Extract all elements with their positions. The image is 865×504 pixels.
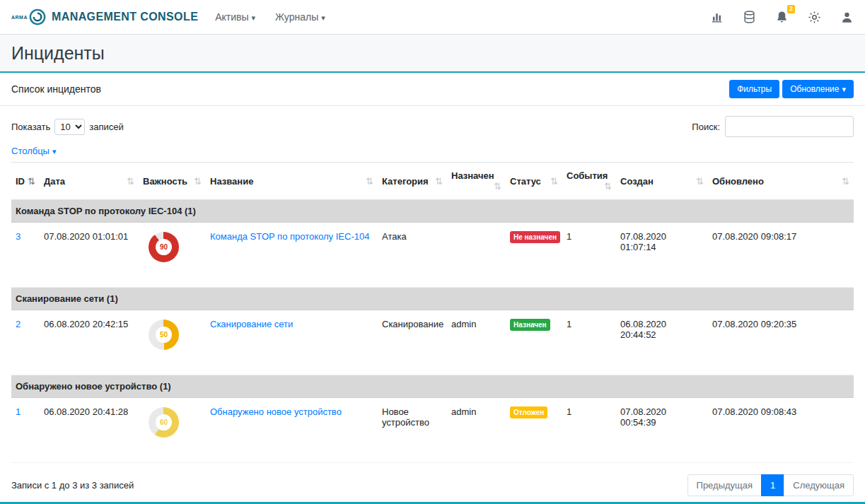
- card-header-buttons: Фильтры Обновление: [729, 80, 854, 98]
- chevron-down-icon: [842, 84, 846, 94]
- group-header-row: Команда STOP по протоколу IEC-104 (1): [11, 200, 854, 223]
- sort-icon: [550, 176, 558, 187]
- col-header-label: ID: [16, 176, 25, 187]
- nav-menu: Активы Журналы: [215, 11, 325, 23]
- nav-item-journals[interactable]: Журналы: [275, 11, 325, 23]
- group-title: Сканирование сети (1): [11, 288, 854, 310]
- pagination-page-1[interactable]: 1: [761, 474, 784, 496]
- col-header-id[interactable]: ID: [11, 163, 40, 200]
- incident-status-cell: Не назначен: [506, 223, 562, 288]
- col-header-updated[interactable]: Обновлено: [708, 163, 854, 200]
- incident-status-cell: Назначен: [506, 310, 562, 375]
- severity-value: 60: [160, 418, 168, 426]
- col-header-label: Дата: [44, 176, 65, 187]
- incident-name-cell: Команда STOP по протоколу IEC-104: [206, 223, 378, 288]
- page-header: Инциденты: [0, 35, 865, 73]
- sort-icon: [28, 176, 35, 187]
- incident-name-link[interactable]: Команда STOP по протоколу IEC-104: [210, 231, 369, 242]
- col-header-label: Обновлено: [712, 176, 764, 187]
- col-header-label: Важность: [143, 176, 187, 187]
- sort-icon: [366, 176, 373, 187]
- incident-events: 1: [562, 398, 616, 463]
- top-navbar: ARMA MANAGEMENT CONSOLE Активы Журналы 2: [0, 0, 865, 35]
- nav-item-label: Журналы: [275, 11, 318, 23]
- filters-button-label: Фильтры: [737, 84, 772, 94]
- group-header-row: Обнаружено новое устройство (1): [11, 375, 854, 398]
- brand[interactable]: ARMA MANAGEMENT CONSOLE: [11, 8, 198, 26]
- search-input[interactable]: [725, 116, 854, 137]
- col-header-label: Назначен: [451, 170, 494, 181]
- col-header-label: Создан: [620, 176, 654, 187]
- incident-created: 07.08.2020 01:07:14: [616, 223, 708, 288]
- pagination-prev[interactable]: Предыдущая: [687, 474, 762, 496]
- incident-row: 307.08.2020 01:01:0190Команда STOP по пр…: [11, 223, 854, 288]
- group-title: Обнаружено новое устройство (1): [11, 375, 854, 398]
- bell-icon[interactable]: 2: [775, 10, 789, 24]
- arma-logo-icon: [28, 8, 47, 26]
- incident-name-cell: Обнаружено новое устройство: [206, 398, 378, 463]
- pagination-next[interactable]: Следующая: [784, 474, 854, 496]
- col-header-severity[interactable]: Важность: [139, 163, 206, 200]
- chart-icon[interactable]: [710, 11, 724, 24]
- filters-button[interactable]: Фильтры: [729, 80, 779, 98]
- records-info: Записи с 1 до 3 из 3 записей: [11, 480, 134, 491]
- sort-icon: [194, 176, 202, 187]
- incident-status-cell: Отложен: [506, 398, 562, 463]
- group-header-row: Сканирование сети (1): [11, 288, 854, 310]
- incidents-table: ID Дата Важность Название Категория Назн…: [11, 162, 854, 463]
- sort-icon: [494, 181, 501, 192]
- nav-item-assets[interactable]: Активы: [215, 11, 255, 23]
- incident-assigned: admin: [447, 310, 506, 375]
- page-length-select[interactable]: 10: [54, 119, 85, 135]
- card-header: Список инцидентов Фильтры Обновление: [0, 73, 865, 106]
- table-controls: Показать 10 записей Поиск:: [0, 106, 865, 140]
- severity-donut: 60: [149, 407, 179, 438]
- col-header-date[interactable]: Дата: [40, 163, 139, 200]
- col-header-assigned[interactable]: Назначен: [447, 163, 506, 200]
- incident-id-link[interactable]: 2: [16, 319, 21, 329]
- sort-icon: [435, 176, 443, 187]
- search-label: Поиск:: [692, 122, 720, 132]
- status-badge: Отложен: [510, 406, 547, 418]
- col-header-label: Название: [210, 176, 253, 187]
- table-wrap: ID Дата Важность Название Категория Назн…: [0, 162, 865, 463]
- col-header-category[interactable]: Категория: [378, 163, 447, 200]
- incident-name-link[interactable]: Обнаружено новое устройство: [210, 406, 342, 417]
- chevron-down-icon: [321, 11, 325, 23]
- col-header-events[interactable]: События: [562, 163, 616, 200]
- incident-date: 06.08.2020 20:41:28: [40, 398, 139, 463]
- incident-id-cell: 2: [11, 310, 40, 375]
- columns-dropdown[interactable]: Столбцы: [11, 146, 57, 156]
- incident-id-link[interactable]: 1: [16, 406, 21, 417]
- search-box: Поиск:: [692, 116, 854, 137]
- severity-value: 50: [160, 331, 168, 339]
- incident-created: 07.08.2020 00:54:39: [616, 398, 708, 463]
- incident-severity-cell: 60: [139, 398, 206, 463]
- chevron-down-icon: [52, 146, 57, 156]
- sort-icon: [842, 176, 849, 187]
- incident-id-cell: 1: [11, 398, 40, 463]
- incident-row: 206.08.2020 20:42:1550Сканирование сетиС…: [11, 310, 854, 375]
- sort-icon: [127, 176, 134, 187]
- severity-donut: 90: [149, 232, 179, 262]
- database-icon[interactable]: [743, 10, 756, 24]
- chevron-down-icon: [252, 11, 256, 23]
- incident-events: 1: [562, 310, 616, 375]
- incident-id-link[interactable]: 3: [16, 231, 21, 242]
- incident-name-link[interactable]: Сканирование сети: [210, 319, 293, 329]
- group-title: Команда STOP по протоколу IEC-104 (1): [11, 200, 854, 223]
- pagination: Предыдущая 1 Следующая: [687, 474, 854, 496]
- card-title: Список инцидентов: [11, 83, 101, 95]
- incident-assigned: [447, 223, 506, 288]
- col-header-created[interactable]: Создан: [616, 163, 708, 200]
- incident-category: Новое устройство: [378, 398, 447, 463]
- show-entries-prefix: Показать: [11, 122, 50, 132]
- nav-icons: 2: [710, 10, 854, 24]
- user-icon[interactable]: [840, 11, 854, 24]
- gear-icon[interactable]: [808, 11, 821, 24]
- col-header-status[interactable]: Статус: [506, 163, 562, 200]
- refresh-button[interactable]: Обновление: [782, 80, 854, 98]
- incident-id-cell: 3: [11, 223, 40, 288]
- incident-created: 06.08.2020 20:44:52: [616, 310, 708, 375]
- col-header-name[interactable]: Название: [206, 163, 378, 200]
